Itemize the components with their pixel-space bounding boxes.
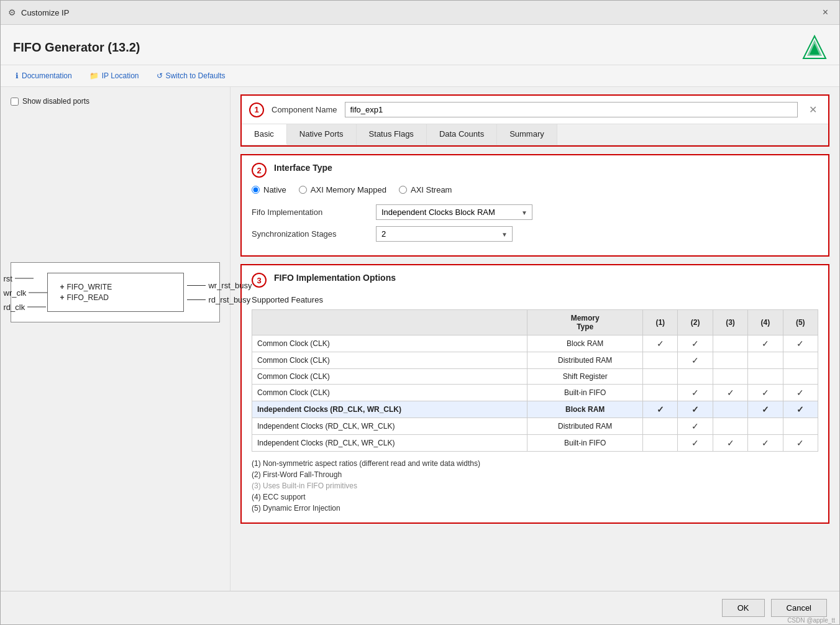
row4-memory: Built-in FIFO <box>527 385 643 401</box>
row2-clock: Common Clock (CLK) <box>252 352 527 369</box>
fifo-impl-label: Fifo Implementation <box>252 208 376 217</box>
sync-stages-select[interactable]: 2 3 4 <box>376 226 513 242</box>
table-header-row: MemoryType (1) (2) (3) (4) (5) <box>252 310 818 335</box>
row5-c5: ✓ <box>783 401 818 418</box>
row2-c5 <box>783 352 818 369</box>
wr-clk-label: wr_clk <box>4 288 27 297</box>
tab-native-ports[interactable]: Native Ports <box>287 124 357 145</box>
location-icon: 📁 <box>89 71 99 80</box>
radio-axi-stream-label: AXI Stream <box>411 185 452 194</box>
tab-basic[interactable]: Basic <box>242 124 287 145</box>
footnote-3: (3) Uses Built-in FIFO primitives <box>252 481 818 490</box>
supported-features-label: Supported Features <box>252 295 818 304</box>
footnote-5: (5) Dynamic Error Injection <box>252 504 818 513</box>
refresh-icon: ↺ <box>157 71 163 80</box>
app-header: FIFO Generator (13.2) <box>1 25 839 65</box>
documentation-button[interactable]: ℹ Documentation <box>13 70 75 81</box>
row5-c1: ✓ <box>643 401 678 418</box>
row2-memory: Distributed RAM <box>527 352 643 369</box>
component-name-clear-button[interactable]: ✕ <box>805 103 821 117</box>
row7-c1 <box>643 435 678 452</box>
col-2: (2) <box>678 310 713 335</box>
radio-native[interactable]: Native <box>252 185 286 194</box>
col-memory-type: MemoryType <box>527 310 643 335</box>
table-row: Common Clock (CLK) Shift Register <box>252 369 818 385</box>
table-row: Independent Clocks (RD_CLK, WR_CLK) Buil… <box>252 435 818 452</box>
fifo-read-label: FIFO_READ <box>67 293 109 302</box>
tab-summary[interactable]: Summary <box>497 124 557 145</box>
rd-rst-busy-label: rd_rst_busy <box>208 295 250 304</box>
table-row-highlighted: Independent Clocks (RD_CLK, WR_CLK) Bloc… <box>252 401 818 418</box>
row1-c1: ✓ <box>643 335 678 352</box>
title-bar-text: Customize IP <box>21 8 69 17</box>
radio-axi-memory-input[interactable] <box>299 186 307 194</box>
wr-clk-signal: wr_clk <box>4 288 48 297</box>
footnote-4: (4) ECC support <box>252 493 818 501</box>
row3-clock: Common Clock (CLK) <box>252 369 527 385</box>
footnotes: (1) Non-symmetric aspect ratios (differe… <box>252 459 818 513</box>
fifo-read-port: + FIFO_READ <box>60 293 171 302</box>
documentation-label: Documentation <box>22 71 72 80</box>
row3-c4 <box>748 369 783 385</box>
fifo-impl-select[interactable]: Common Clock Block RAM Common Clock Dist… <box>376 204 532 220</box>
cancel-button[interactable]: Cancel <box>771 599 827 617</box>
section2-header: 2 Interface Type <box>252 163 818 178</box>
row2-c1 <box>643 352 678 369</box>
radio-native-label: Native <box>263 185 286 194</box>
tab-data-counts[interactable]: Data Counts <box>427 124 497 145</box>
row4-c5: ✓ <box>783 385 818 401</box>
interface-type-box: 2 Interface Type Native AXI Memory Mappe… <box>242 155 828 255</box>
tab-status-flags-label: Status Flags <box>369 129 414 139</box>
show-disabled-ports-label[interactable]: Show disabled ports <box>11 97 220 106</box>
row4-clock: Common Clock (CLK) <box>252 385 527 401</box>
ok-button[interactable]: OK <box>722 599 765 617</box>
tab-status-flags[interactable]: Status Flags <box>357 124 427 145</box>
xilinx-logo <box>802 35 827 60</box>
row5-c2: ✓ <box>678 401 713 418</box>
row5-c4: ✓ <box>748 401 783 418</box>
rst-line <box>15 278 34 278</box>
footnote-2: (2) First-Word Fall-Through <box>252 470 818 479</box>
wr-rst-busy-label: wr_rst_busy <box>208 281 252 290</box>
info-icon: ℹ <box>16 71 19 80</box>
row2-c3 <box>713 352 747 369</box>
table-row: Independent Clocks (RD_CLK, WR_CLK) Dist… <box>252 418 818 435</box>
radio-native-input[interactable] <box>252 186 260 194</box>
ip-location-button[interactable]: 📁 IP Location <box>87 70 142 81</box>
row3-c2 <box>678 369 713 385</box>
close-button[interactable]: × <box>819 6 832 19</box>
tab-basic-label: Basic <box>254 129 274 139</box>
radio-axi-stream-input[interactable] <box>399 186 407 194</box>
col-4: (4) <box>748 310 783 335</box>
row3-c3 <box>713 369 747 385</box>
row1-clock: Common Clock (CLK) <box>252 335 527 352</box>
row5-memory: Block RAM <box>527 401 643 418</box>
rd-clk-signal: rd_clk <box>4 302 48 311</box>
right-panel: 1 Component Name ✕ Basic Native Ports St… <box>231 87 839 591</box>
row6-c5 <box>783 418 818 435</box>
radio-axi-stream[interactable]: AXI Stream <box>399 185 452 194</box>
row1-c5: ✓ <box>783 335 818 352</box>
section2-number: 2 <box>252 163 267 178</box>
component-name-label: Component Name <box>272 105 337 114</box>
fifo-impl-select-wrapper: Common Clock Block RAM Common Clock Dist… <box>376 204 532 220</box>
row6-c2: ✓ <box>678 418 713 435</box>
row4-c3: ✓ <box>713 385 747 401</box>
component-name-input[interactable] <box>345 102 798 117</box>
fifo-read-plus: + <box>60 293 65 302</box>
table-row: Common Clock (CLK) Distributed RAM ✓ <box>252 352 818 369</box>
component-name-section: 1 Component Name ✕ Basic Native Ports St… <box>240 94 829 147</box>
switch-defaults-label: Switch to Defaults <box>166 71 226 80</box>
footer: OK Cancel <box>1 591 839 624</box>
row1-c4: ✓ <box>748 335 783 352</box>
fifo-options-title: FIFO Implementation Options <box>274 273 396 283</box>
features-table: MemoryType (1) (2) (3) (4) (5) Common Cl… <box>252 309 818 452</box>
show-disabled-ports-checkbox[interactable] <box>11 98 19 106</box>
row5-c3 <box>713 401 747 418</box>
tab-data-counts-label: Data Counts <box>439 129 484 139</box>
rst-label: rst <box>4 273 12 283</box>
switch-defaults-button[interactable]: ↺ Switch to Defaults <box>154 70 228 81</box>
title-bar-title: ⚙ Customize IP <box>8 7 69 17</box>
section3-header: 3 FIFO Implementation Options <box>252 273 818 288</box>
radio-axi-memory[interactable]: AXI Memory Mapped <box>299 185 386 194</box>
